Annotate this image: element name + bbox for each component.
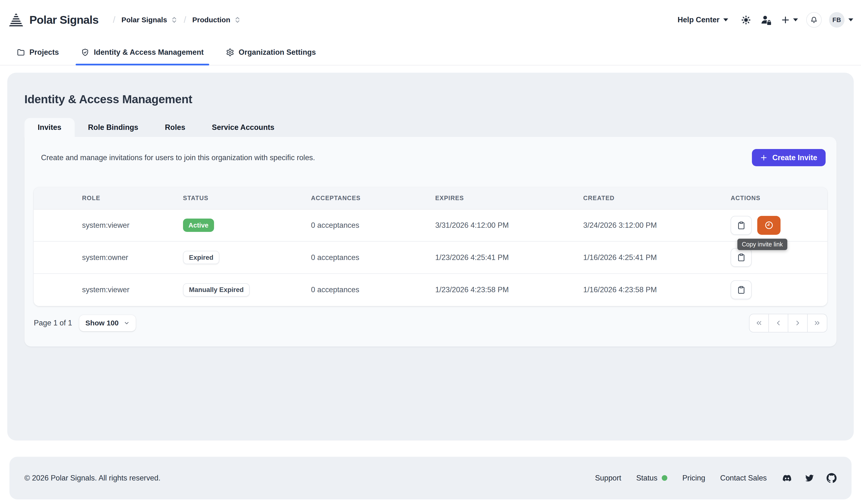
chevron-updown-icon <box>234 16 241 24</box>
first-page-button[interactable] <box>749 314 769 333</box>
chevron-left-icon <box>775 319 782 327</box>
status-cell: Active <box>183 219 311 232</box>
tab-organization-settings[interactable]: Organization Settings <box>220 40 322 65</box>
role-cell: system:viewer <box>34 221 183 230</box>
expires-cell: 3/31/2026 4:12:00 PM <box>435 221 583 230</box>
breadcrumb-org-selector[interactable]: Polar Signals <box>121 16 178 24</box>
expires-cell: 1/23/2026 4:23:58 PM <box>435 285 583 294</box>
theme-toggle-sun-icon[interactable] <box>741 15 751 25</box>
primary-tab-bar: Projects Identity & Access Management Or… <box>0 40 861 66</box>
copy-invite-link-button[interactable] <box>730 248 752 267</box>
subtab-invites[interactable]: Invites <box>25 118 75 137</box>
github-icon[interactable] <box>826 473 836 483</box>
clipboard-icon <box>737 253 746 262</box>
subtab-role-bindings[interactable]: Role Bindings <box>75 118 151 137</box>
table-header-row: ROLE STATUS ACCEPTANCES EXPIRES CREATED … <box>34 187 827 209</box>
previous-page-button[interactable] <box>768 314 788 333</box>
invite-table-row: system:owner Expired 0 acceptances 1/23/… <box>34 241 827 274</box>
actions-cell <box>730 280 827 299</box>
create-new-menu[interactable] <box>781 15 798 25</box>
breadcrumb-project-selector[interactable]: Production <box>192 16 241 24</box>
status-cell: Expired <box>183 251 311 264</box>
acceptances-cell: 0 acceptances <box>311 253 435 262</box>
created-cell: 1/16/2026 4:23:58 PM <box>583 285 730 294</box>
column-header-role: ROLE <box>34 195 183 201</box>
top-bar-actions: Help Center <box>678 12 853 28</box>
acceptances-cell: 0 acceptances <box>311 221 435 230</box>
subtab-roles[interactable]: Roles <box>151 118 199 137</box>
expires-cell: 1/23/2026 4:25:41 PM <box>435 253 583 262</box>
plus-icon <box>781 15 790 25</box>
role-cell: system:owner <box>34 253 183 262</box>
status-badge: Manually Expired <box>183 283 250 297</box>
page-title: Identity & Access Management <box>25 73 837 106</box>
invites-table: ROLE STATUS ACCEPTANCES EXPIRES CREATED … <box>34 187 827 306</box>
notifications-bell-button[interactable] <box>806 12 822 28</box>
iam-sub-tabs: Invites Role Bindings Roles Service Acco… <box>25 118 837 137</box>
brand-wordmark: Polar Signals <box>29 13 98 26</box>
chevron-down-icon <box>793 18 798 21</box>
plus-icon <box>760 154 767 162</box>
subtab-service-accounts[interactable]: Service Accounts <box>199 118 288 137</box>
pager-button-group <box>749 314 827 333</box>
discord-icon[interactable] <box>782 474 792 482</box>
actions-cell <box>730 248 827 267</box>
chevron-down-icon <box>124 320 130 326</box>
column-header-actions: ACTIONS <box>730 195 827 201</box>
shield-check-icon <box>81 48 89 56</box>
invites-card: Create and manage invitations for users … <box>25 137 837 347</box>
chevron-right-icon <box>794 319 802 327</box>
invite-table-row: system:viewer Manually Expired 0 accepta… <box>34 274 827 306</box>
clipboard-icon <box>737 285 746 294</box>
status-badge: Expired <box>183 251 219 264</box>
chevron-updown-icon <box>171 16 177 24</box>
twitter-icon[interactable] <box>805 474 815 482</box>
table-body: system:viewer Active 0 acceptances 3/31/… <box>34 210 827 306</box>
footer-link-pricing[interactable]: Pricing <box>682 474 705 482</box>
created-cell: 3/24/2026 3:12:00 PM <box>583 221 730 230</box>
top-bar: Polar Signals / Polar Signals / Producti… <box>0 0 861 40</box>
footer-link-status[interactable]: Status <box>636 474 668 482</box>
column-header-expires: EXPIRES <box>435 195 583 201</box>
column-header-acceptances: ACCEPTANCES <box>311 195 435 201</box>
page-info: Page 1 of 1 <box>34 319 72 327</box>
chevrons-left-icon <box>755 319 763 327</box>
actions-cell: Copy invite link <box>730 216 827 235</box>
account-menu[interactable]: FB <box>829 12 853 28</box>
gear-icon <box>226 48 234 56</box>
page-size-select[interactable]: Show 100 <box>79 315 136 331</box>
last-page-button[interactable] <box>807 314 827 333</box>
create-invite-button[interactable]: Create Invite <box>752 149 825 166</box>
invites-description: Create and manage invitations for users … <box>41 153 315 162</box>
copyright-text: © 2026 Polar Signals. All rights reserve… <box>25 474 161 482</box>
footer-link-support[interactable]: Support <box>595 474 621 482</box>
chevrons-right-icon <box>813 319 821 327</box>
footer-link-contact-sales[interactable]: Contact Sales <box>720 474 767 482</box>
pagination-bar: Page 1 of 1 Show 100 <box>34 314 827 333</box>
polar-signals-triangle-icon <box>8 12 25 28</box>
tab-identity-access-management[interactable]: Identity & Access Management <box>76 40 209 65</box>
user-lock-icon[interactable] <box>761 15 772 25</box>
breadcrumb-separator: / <box>184 15 186 25</box>
chevron-down-icon <box>848 18 853 21</box>
copy-invite-link-button[interactable] <box>730 280 752 299</box>
status-cell: Manually Expired <box>183 283 311 297</box>
clipboard-icon <box>737 221 746 230</box>
next-page-button[interactable] <box>788 314 808 333</box>
status-badge: Active <box>183 219 214 232</box>
role-cell: system:viewer <box>34 285 183 294</box>
invite-table-row: system:viewer Active 0 acceptances 3/31/… <box>34 210 827 242</box>
clock-icon <box>764 221 774 230</box>
main-panel: Identity & Access Management Invites Rol… <box>7 73 854 441</box>
column-header-status: STATUS <box>183 195 311 201</box>
tab-projects[interactable]: Projects <box>11 40 65 65</box>
avatar: FB <box>829 12 845 28</box>
breadcrumb: / Polar Signals / Production <box>113 15 241 25</box>
help-center-menu[interactable]: Help Center <box>678 15 728 24</box>
copy-invite-link-button[interactable] <box>730 216 752 235</box>
polar-signals-logo[interactable]: Polar Signals <box>8 12 98 28</box>
expire-invite-button[interactable] <box>757 216 780 235</box>
status-ok-dot <box>662 475 667 481</box>
column-header-created: CREATED <box>583 195 730 201</box>
breadcrumb-separator: / <box>113 15 115 25</box>
